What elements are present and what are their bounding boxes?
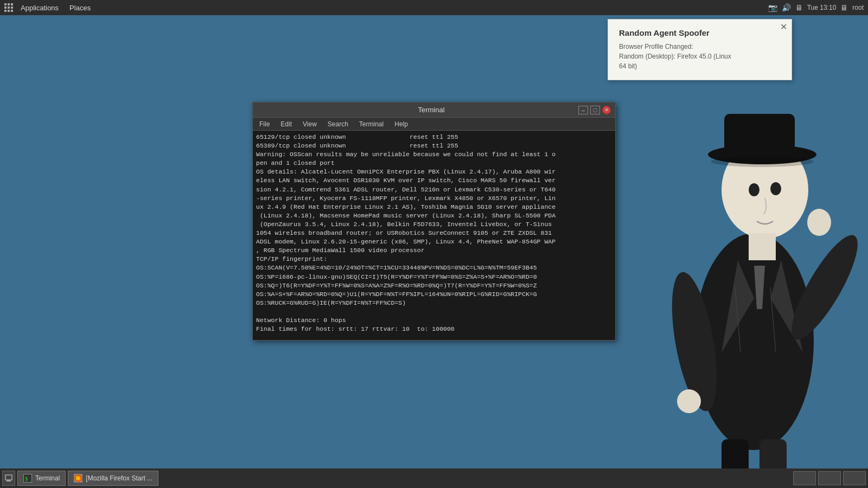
- camera-icon: 📷: [768, 3, 777, 12]
- taskbar-terminal-label: Terminal: [35, 474, 60, 482]
- svg-rect-3: [724, 114, 795, 157]
- svg-point-15: [770, 182, 781, 195]
- apps-grid-icon: [4, 3, 13, 12]
- svg-rect-4: [749, 233, 776, 260]
- svg-point-11: [677, 389, 701, 413]
- terminal-minimize-button[interactable]: –: [578, 106, 588, 114]
- terminal-title: Terminal: [284, 106, 578, 114]
- display-icon: 🖥: [840, 3, 848, 12]
- svg-point-10: [807, 209, 831, 236]
- desktop-figure: [640, 81, 868, 488]
- terminal-output[interactable]: 65129/tcp closed unknown reset ttl 255 6…: [253, 131, 615, 340]
- terminal-taskbar-icon: $: [23, 474, 32, 483]
- firefox-taskbar-icon: [74, 474, 82, 483]
- taskbar-right: [793, 471, 866, 485]
- taskbar-btn-3[interactable]: [843, 471, 866, 485]
- terminal-maximize-button[interactable]: □: [590, 106, 600, 114]
- terminal-menu-terminal[interactable]: Terminal: [355, 119, 388, 129]
- svg-point-24: [76, 476, 80, 480]
- user-label: root: [852, 4, 864, 11]
- notification-title: Random Agent Spoofer: [619, 28, 781, 37]
- clock: Tue 13:10: [807, 4, 837, 11]
- terminal-menu-edit[interactable]: Edit: [276, 119, 296, 129]
- show-desktop-button[interactable]: [2, 471, 15, 486]
- terminal-menu-view[interactable]: View: [298, 119, 321, 129]
- svg-point-14: [749, 183, 760, 196]
- terminal-menu-file[interactable]: File: [255, 119, 274, 129]
- taskbar-firefox-label: [Mozilla Firefox Start ...: [86, 474, 152, 482]
- applications-menu[interactable]: Applications: [16, 3, 63, 13]
- notification-body: Browser Profile Changed: Random (Desktop…: [619, 42, 781, 71]
- topbar-left: Applications Places: [4, 3, 95, 13]
- taskbar-btn-2[interactable]: [818, 471, 841, 485]
- places-menu[interactable]: Places: [65, 3, 95, 13]
- network-icon: 🖥: [795, 3, 803, 12]
- topbar: Applications Places 📷 🔊 🖥 Tue 13:10 🖥 ro…: [0, 0, 868, 15]
- terminal-menu-search[interactable]: Search: [323, 119, 353, 129]
- svg-rect-20: [7, 480, 11, 481]
- taskbar-btn-1[interactable]: [793, 471, 816, 485]
- notification-close-button[interactable]: ✕: [780, 23, 787, 31]
- terminal-titlebar: Terminal – □ ✕: [253, 102, 615, 118]
- taskbar-terminal[interactable]: $ Terminal: [17, 471, 66, 486]
- svg-text:$: $: [25, 476, 28, 481]
- terminal-controls: – □ ✕: [578, 106, 611, 114]
- terminal-close-button[interactable]: ✕: [602, 106, 611, 114]
- svg-point-16: [711, 156, 814, 167]
- notification-popup: ✕ Random Agent Spoofer Browser Profile C…: [608, 19, 792, 80]
- svg-rect-19: [5, 475, 12, 480]
- terminal-window: Terminal – □ ✕ File Edit View Search Ter…: [252, 102, 616, 341]
- volume-icon: 🔊: [782, 3, 791, 12]
- taskbar: $ Terminal [Mozilla Firefox Start ...: [0, 468, 868, 488]
- terminal-menu-help[interactable]: Help: [390, 119, 412, 129]
- taskbar-firefox[interactable]: [Mozilla Firefox Start ...: [68, 471, 158, 486]
- terminal-menubar: File Edit View Search Terminal Help: [253, 118, 615, 131]
- topbar-right: 📷 🔊 🖥 Tue 13:10 🖥 root: [768, 3, 864, 12]
